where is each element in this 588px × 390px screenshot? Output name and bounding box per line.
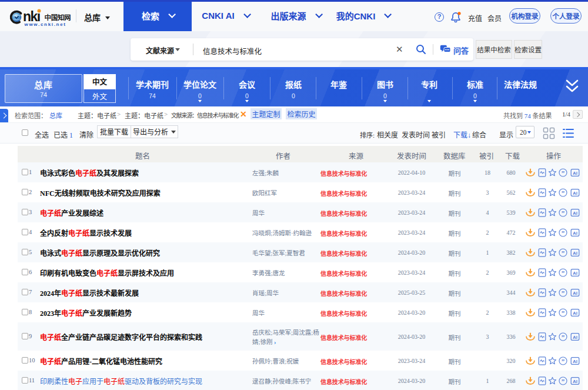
svg-text:中国知网: 中国知网 — [45, 14, 71, 21]
svg-text:www.cnki.net: www.cnki.net — [24, 22, 66, 27]
